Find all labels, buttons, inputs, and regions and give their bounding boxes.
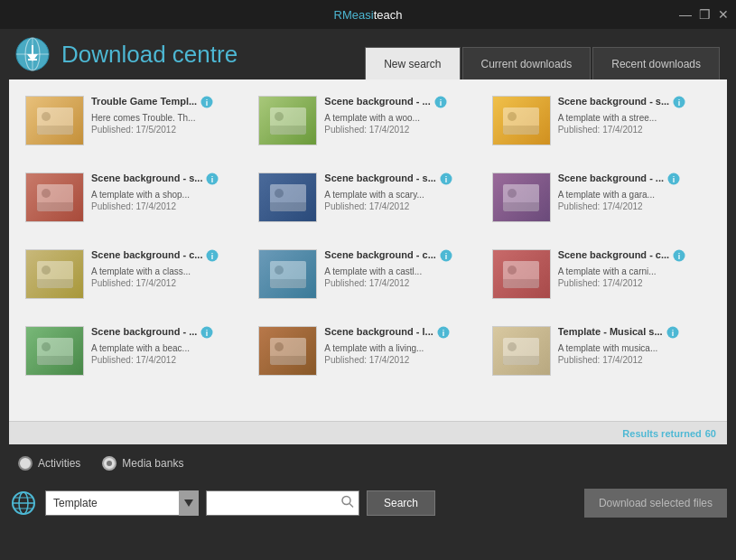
item-thumbnail bbox=[492, 96, 551, 145]
info-icon[interactable]: i bbox=[673, 249, 685, 265]
svg-rect-30 bbox=[270, 202, 306, 211]
svg-line-75 bbox=[349, 504, 353, 508]
item-date: Published: 17/4/2012 bbox=[558, 278, 711, 288]
results-bar: Results returned 60 bbox=[9, 421, 727, 444]
item-title: Trouble Game Templ... bbox=[91, 96, 197, 107]
title-bar: RMeasiteach — ❒ ✕ bbox=[0, 0, 736, 29]
item-desc: Here comes Trouble. Th... bbox=[91, 113, 231, 123]
svg-point-34 bbox=[508, 189, 517, 198]
item-title: Scene background - ... bbox=[558, 173, 664, 183]
info-icon[interactable]: i bbox=[200, 326, 213, 341]
list-item[interactable]: Template - Musical s... i A template wit… bbox=[485, 319, 718, 396]
item-desc: A template with a class... bbox=[91, 266, 231, 276]
svg-text:i: i bbox=[673, 175, 675, 184]
svg-text:i: i bbox=[671, 329, 674, 338]
info-icon[interactable]: i bbox=[667, 173, 680, 188]
svg-text:i: i bbox=[206, 329, 209, 338]
item-date: Published: 17/4/2012 bbox=[558, 355, 711, 365]
svg-rect-45 bbox=[270, 279, 306, 288]
item-info: Scene background - c... i A template wit… bbox=[324, 249, 477, 288]
list-item[interactable]: Scene background - l... i A template wit… bbox=[251, 319, 484, 396]
dropdown-arrow-icon[interactable] bbox=[179, 490, 199, 516]
info-icon[interactable]: i bbox=[440, 173, 452, 188]
minimize-button[interactable]: — bbox=[679, 8, 692, 21]
category-dropdown[interactable] bbox=[45, 490, 199, 516]
svg-point-24 bbox=[42, 189, 51, 198]
item-desc: A template with a stree... bbox=[558, 113, 698, 123]
item-thumbnail bbox=[258, 326, 317, 376]
list-item[interactable]: Scene background - c... i A template wit… bbox=[251, 242, 484, 319]
download-selected-button[interactable]: Download selected files bbox=[584, 489, 727, 518]
svg-text:i: i bbox=[211, 175, 214, 184]
item-title: Scene background - ... bbox=[91, 326, 197, 337]
svg-rect-25 bbox=[37, 202, 73, 211]
svg-point-54 bbox=[42, 342, 51, 351]
maximize-button[interactable]: ❒ bbox=[699, 8, 711, 21]
item-info: Scene background - l... i A template wit… bbox=[324, 326, 477, 365]
list-item[interactable]: Scene background - c... i A template wit… bbox=[485, 242, 718, 319]
list-item[interactable]: Scene background - ... i A template with… bbox=[18, 319, 251, 396]
list-item[interactable]: Scene background - ... i A template with… bbox=[485, 165, 718, 242]
item-date: Published: 17/4/2012 bbox=[324, 355, 477, 365]
svg-point-19 bbox=[508, 112, 517, 121]
item-date: Published: 17/4/2012 bbox=[324, 201, 477, 211]
info-icon[interactable]: i bbox=[440, 249, 452, 265]
window-controls: — ❒ ✕ bbox=[679, 8, 729, 21]
tab-current-downloads[interactable]: Current downloads bbox=[462, 47, 592, 79]
svg-text:i: i bbox=[439, 98, 442, 107]
svg-text:i: i bbox=[678, 252, 681, 261]
main-content: Trouble Game Templ... i Here comes Troub… bbox=[9, 79, 727, 421]
radio-activities[interactable]: Activities bbox=[18, 456, 80, 471]
svg-rect-50 bbox=[503, 279, 539, 288]
tab-new-search[interactable]: New search bbox=[365, 47, 460, 79]
info-icon[interactable]: i bbox=[434, 96, 447, 111]
svg-rect-15 bbox=[270, 126, 306, 135]
radio-circle-activities[interactable] bbox=[18, 456, 33, 471]
svg-text:i: i bbox=[445, 175, 448, 184]
list-item[interactable]: Scene background - c... i A template wit… bbox=[18, 242, 251, 319]
close-button[interactable]: ✕ bbox=[718, 8, 729, 21]
info-icon[interactable]: i bbox=[200, 96, 213, 111]
item-desc: A template with a shop... bbox=[91, 190, 231, 200]
item-desc: A template with musica... bbox=[558, 343, 698, 353]
radio-media-banks[interactable]: Media banks bbox=[102, 456, 183, 471]
search-input[interactable] bbox=[206, 490, 359, 516]
svg-text:i: i bbox=[678, 98, 681, 107]
search-button[interactable]: Search bbox=[367, 490, 435, 516]
info-icon[interactable]: i bbox=[437, 326, 450, 341]
category-dropdown-wrapper bbox=[45, 490, 199, 516]
item-thumbnail bbox=[25, 96, 84, 145]
tab-recent-downloads[interactable]: Recent downloads bbox=[592, 47, 720, 79]
item-title: Scene background - c... bbox=[324, 249, 435, 260]
item-date: Published: 17/5/2012 bbox=[91, 125, 244, 135]
svg-point-74 bbox=[342, 497, 350, 505]
svg-rect-65 bbox=[503, 356, 539, 365]
svg-rect-55 bbox=[37, 356, 73, 365]
list-item[interactable]: Scene background - s... i A template wit… bbox=[251, 165, 484, 242]
item-title: Scene background - c... bbox=[91, 249, 202, 260]
info-icon[interactable]: i bbox=[673, 96, 685, 111]
filter-area: Activities Media banks bbox=[0, 444, 736, 482]
item-date: Published: 17/4/2012 bbox=[558, 125, 711, 135]
svg-text:i: i bbox=[206, 98, 209, 107]
item-thumbnail bbox=[258, 96, 317, 145]
radio-label-activities: Activities bbox=[38, 457, 80, 470]
list-item[interactable]: Scene background - ... i A template with… bbox=[251, 89, 484, 165]
list-item[interactable]: Scene background - s... i A template wit… bbox=[18, 165, 251, 242]
info-icon[interactable]: i bbox=[206, 173, 219, 188]
item-title: Scene background - l... bbox=[324, 326, 433, 337]
item-thumbnail bbox=[25, 173, 84, 222]
item-title: Template - Musical s... bbox=[558, 326, 663, 337]
list-item[interactable]: Trouble Game Templ... i Here comes Troub… bbox=[18, 89, 251, 165]
list-item[interactable]: Scene background - s... i A template wit… bbox=[485, 89, 718, 165]
item-desc: A template with a living... bbox=[324, 343, 464, 353]
radio-circle-media-banks[interactable] bbox=[102, 456, 116, 471]
info-icon[interactable]: i bbox=[206, 249, 219, 265]
item-info: Trouble Game Templ... i Here comes Troub… bbox=[91, 96, 244, 135]
tabs-container: New search Current downloads Recent down… bbox=[365, 29, 722, 79]
items-grid[interactable]: Trouble Game Templ... i Here comes Troub… bbox=[9, 79, 727, 405]
item-thumbnail bbox=[258, 173, 317, 222]
svg-point-64 bbox=[508, 342, 517, 351]
info-icon[interactable]: i bbox=[666, 326, 679, 341]
globe-icon[interactable] bbox=[9, 489, 38, 518]
